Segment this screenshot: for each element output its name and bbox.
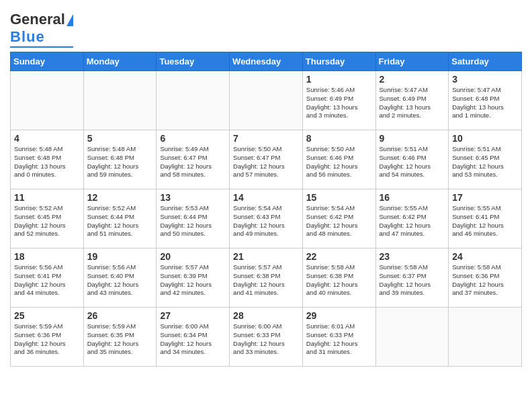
day-header-tuesday: Tuesday — [157, 52, 230, 71]
logo-general-text: General — [10, 11, 65, 28]
day-info: Sunrise: 5:50 AM Sunset: 6:47 PM Dayligh… — [233, 145, 299, 179]
day-number: 24 — [452, 251, 518, 262]
calendar-cell: 2Sunrise: 5:47 AM Sunset: 6:49 PM Daylig… — [375, 71, 449, 130]
day-number: 14 — [233, 192, 299, 203]
day-info: Sunrise: 5:51 AM Sunset: 6:45 PM Dayligh… — [452, 145, 518, 179]
day-info: Sunrise: 5:58 AM Sunset: 6:37 PM Dayligh… — [380, 263, 445, 298]
day-info: Sunrise: 5:59 AM Sunset: 6:35 PM Dayligh… — [87, 322, 153, 357]
logo-triangle-icon — [66, 14, 73, 26]
day-number: 7 — [233, 133, 299, 144]
day-number: 1 — [306, 74, 372, 85]
day-number: 11 — [14, 192, 80, 203]
calendar-cell: 23Sunrise: 5:58 AM Sunset: 6:37 PM Dayli… — [375, 248, 449, 308]
day-number: 2 — [380, 74, 445, 85]
day-info: Sunrise: 5:48 AM Sunset: 6:48 PM Dayligh… — [87, 145, 153, 179]
day-info: Sunrise: 5:50 AM Sunset: 6:46 PM Dayligh… — [306, 145, 372, 179]
calendar-cell — [449, 308, 522, 367]
logo-blue-text: Blue — [10, 28, 45, 46]
day-number: 6 — [160, 133, 226, 144]
day-number: 18 — [14, 251, 80, 262]
calendar-cell: 29Sunrise: 6:01 AM Sunset: 6:33 PM Dayli… — [302, 308, 375, 367]
day-number: 5 — [87, 133, 153, 144]
calendar-cell: 6Sunrise: 5:49 AM Sunset: 6:47 PM Daylig… — [157, 130, 230, 189]
day-info: Sunrise: 5:47 AM Sunset: 6:49 PM Dayligh… — [380, 86, 445, 120]
day-header-wednesday: Wednesday — [230, 52, 303, 71]
calendar-cell: 4Sunrise: 5:48 AM Sunset: 6:48 PM Daylig… — [11, 130, 84, 189]
calendar-cell — [375, 308, 449, 367]
calendar-cell: 24Sunrise: 5:58 AM Sunset: 6:36 PM Dayli… — [449, 248, 522, 308]
day-number: 9 — [380, 133, 445, 144]
day-info: Sunrise: 5:57 AM Sunset: 6:39 PM Dayligh… — [160, 263, 226, 298]
day-info: Sunrise: 6:00 AM Sunset: 6:33 PM Dayligh… — [233, 322, 299, 357]
calendar-week-row: 18Sunrise: 5:56 AM Sunset: 6:41 PM Dayli… — [11, 248, 522, 308]
day-number: 23 — [380, 251, 445, 262]
calendar-cell: 14Sunrise: 5:54 AM Sunset: 6:43 PM Dayli… — [230, 189, 303, 248]
calendar-cell: 22Sunrise: 5:58 AM Sunset: 6:38 PM Dayli… — [302, 248, 375, 308]
day-header-friday: Friday — [375, 52, 449, 71]
day-number: 4 — [14, 133, 80, 144]
day-info: Sunrise: 5:57 AM Sunset: 6:38 PM Dayligh… — [233, 263, 299, 298]
calendar-cell: 12Sunrise: 5:52 AM Sunset: 6:44 PM Dayli… — [83, 189, 157, 248]
calendar-cell: 15Sunrise: 5:54 AM Sunset: 6:42 PM Dayli… — [302, 189, 375, 248]
calendar-cell: 8Sunrise: 5:50 AM Sunset: 6:46 PM Daylig… — [302, 130, 375, 189]
day-info: Sunrise: 6:00 AM Sunset: 6:34 PM Dayligh… — [160, 322, 226, 357]
logo: General Blue — [10, 11, 73, 48]
day-number: 3 — [452, 74, 518, 85]
calendar-cell: 26Sunrise: 5:59 AM Sunset: 6:35 PM Dayli… — [83, 308, 157, 367]
calendar-cell: 18Sunrise: 5:56 AM Sunset: 6:41 PM Dayli… — [11, 248, 84, 308]
day-number: 12 — [87, 192, 153, 203]
calendar-cell: 25Sunrise: 5:59 AM Sunset: 6:36 PM Dayli… — [11, 308, 84, 367]
calendar-cell: 10Sunrise: 5:51 AM Sunset: 6:45 PM Dayli… — [449, 130, 522, 189]
day-info: Sunrise: 5:59 AM Sunset: 6:36 PM Dayligh… — [14, 322, 80, 357]
day-number: 27 — [160, 310, 226, 321]
day-number: 26 — [87, 310, 153, 321]
day-info: Sunrise: 5:56 AM Sunset: 6:41 PM Dayligh… — [14, 263, 80, 298]
calendar-table: SundayMondayTuesdayWednesdayThursdayFrid… — [10, 52, 522, 367]
day-number: 19 — [87, 251, 153, 262]
calendar-cell: 5Sunrise: 5:48 AM Sunset: 6:48 PM Daylig… — [83, 130, 157, 189]
day-info: Sunrise: 5:52 AM Sunset: 6:45 PM Dayligh… — [14, 204, 80, 238]
day-number: 13 — [160, 192, 226, 203]
day-header-sunday: Sunday — [11, 52, 84, 71]
day-number: 25 — [14, 310, 80, 321]
day-number: 29 — [306, 310, 372, 321]
calendar-cell — [11, 71, 84, 130]
day-number: 15 — [306, 192, 372, 203]
day-info: Sunrise: 5:53 AM Sunset: 6:44 PM Dayligh… — [160, 204, 226, 238]
day-info: Sunrise: 5:52 AM Sunset: 6:44 PM Dayligh… — [87, 204, 153, 238]
day-info: Sunrise: 5:54 AM Sunset: 6:43 PM Dayligh… — [233, 204, 299, 238]
calendar-cell: 19Sunrise: 5:56 AM Sunset: 6:40 PM Dayli… — [83, 248, 157, 308]
day-info: Sunrise: 6:01 AM Sunset: 6:33 PM Dayligh… — [306, 322, 372, 357]
day-info: Sunrise: 5:58 AM Sunset: 6:38 PM Dayligh… — [306, 263, 372, 298]
day-header-thursday: Thursday — [302, 52, 375, 71]
day-number: 8 — [306, 133, 372, 144]
calendar-cell — [83, 71, 157, 130]
day-number: 28 — [233, 310, 299, 321]
calendar-week-row: 11Sunrise: 5:52 AM Sunset: 6:45 PM Dayli… — [11, 189, 522, 248]
page-header: General Blue — [10, 7, 522, 48]
day-number: 10 — [452, 133, 518, 144]
day-info: Sunrise: 5:51 AM Sunset: 6:46 PM Dayligh… — [380, 145, 445, 179]
calendar-cell: 13Sunrise: 5:53 AM Sunset: 6:44 PM Dayli… — [157, 189, 230, 248]
day-info: Sunrise: 5:54 AM Sunset: 6:42 PM Dayligh… — [306, 204, 372, 238]
calendar-week-row: 4Sunrise: 5:48 AM Sunset: 6:48 PM Daylig… — [11, 130, 522, 189]
calendar-cell: 3Sunrise: 5:47 AM Sunset: 6:48 PM Daylig… — [449, 71, 522, 130]
day-number: 20 — [160, 251, 226, 262]
day-number: 21 — [233, 251, 299, 262]
calendar-cell: 17Sunrise: 5:55 AM Sunset: 6:41 PM Dayli… — [449, 189, 522, 248]
day-number: 22 — [306, 251, 372, 262]
calendar-cell: 7Sunrise: 5:50 AM Sunset: 6:47 PM Daylig… — [230, 130, 303, 189]
logo-underline — [10, 46, 73, 48]
day-info: Sunrise: 5:56 AM Sunset: 6:40 PM Dayligh… — [87, 263, 153, 298]
calendar-cell: 27Sunrise: 6:00 AM Sunset: 6:34 PM Dayli… — [157, 308, 230, 367]
calendar-cell: 16Sunrise: 5:55 AM Sunset: 6:42 PM Dayli… — [375, 189, 449, 248]
day-header-monday: Monday — [83, 52, 157, 71]
day-info: Sunrise: 5:49 AM Sunset: 6:47 PM Dayligh… — [160, 145, 226, 179]
calendar-cell: 28Sunrise: 6:00 AM Sunset: 6:33 PM Dayli… — [230, 308, 303, 367]
calendar-cell — [157, 71, 230, 130]
calendar-cell: 11Sunrise: 5:52 AM Sunset: 6:45 PM Dayli… — [11, 189, 84, 248]
day-info: Sunrise: 5:48 AM Sunset: 6:48 PM Dayligh… — [14, 145, 80, 179]
calendar-cell: 21Sunrise: 5:57 AM Sunset: 6:38 PM Dayli… — [230, 248, 303, 308]
day-info: Sunrise: 5:47 AM Sunset: 6:48 PM Dayligh… — [452, 86, 518, 120]
day-info: Sunrise: 5:46 AM Sunset: 6:49 PM Dayligh… — [306, 86, 372, 120]
